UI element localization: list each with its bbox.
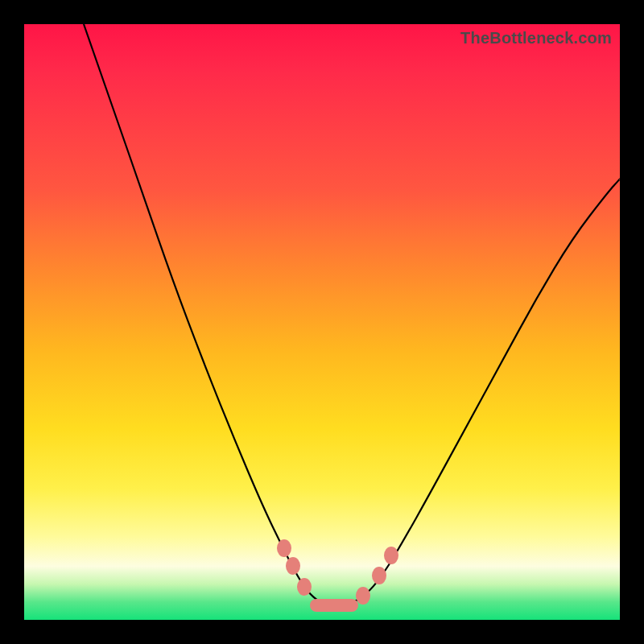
watermark-text: TheBottleneck.com — [460, 29, 612, 47]
curve-marker-6 — [384, 547, 398, 564]
curve-marker-2 — [297, 578, 312, 596]
plot-area: TheBottleneck.com — [24, 24, 620, 620]
curve-marker-3 — [310, 599, 358, 612]
curve-path — [84, 24, 620, 606]
chart-frame: TheBottleneck.com — [0, 0, 644, 644]
bottleneck-curve — [24, 24, 620, 620]
curve-marker-1 — [286, 557, 300, 575]
curve-marker-0 — [277, 539, 291, 557]
curve-marker-5 — [372, 567, 386, 584]
curve-marker-4 — [356, 587, 370, 605]
